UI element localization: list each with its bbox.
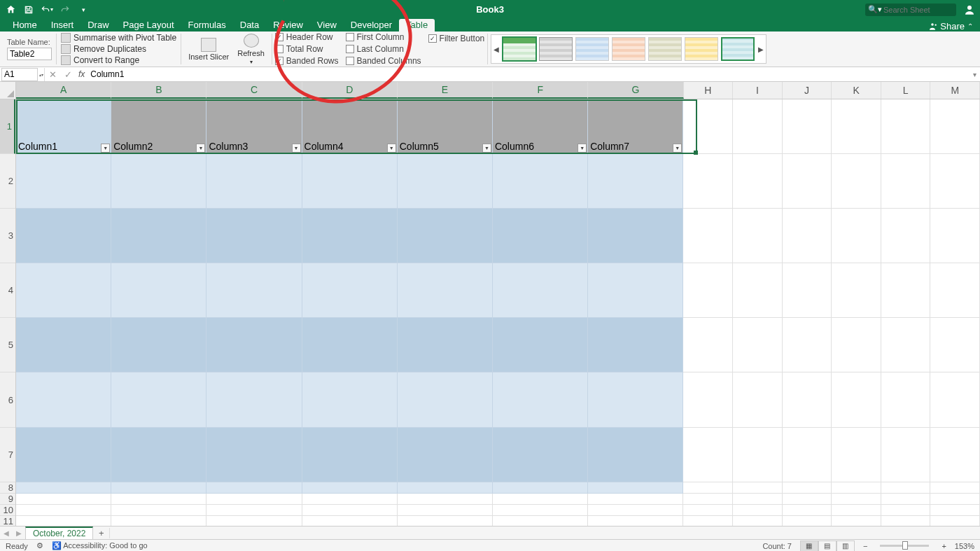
- row-header-6[interactable]: 6: [0, 372, 15, 428]
- total-row-checkbox[interactable]: Total Row: [275, 44, 339, 55]
- column-header-F[interactable]: F: [493, 82, 588, 99]
- sheet-nav-next[interactable]: ▶: [13, 529, 25, 537]
- cell-E5[interactable]: [398, 318, 493, 372]
- cell-C5[interactable]: [206, 318, 302, 372]
- cell-K7[interactable]: [832, 428, 881, 482]
- cell-E10[interactable]: [398, 505, 493, 516]
- accessibility-status[interactable]: ♿ Accessibility: Good to go: [52, 541, 148, 550]
- convert-to-range-button[interactable]: Convert to Range: [59, 55, 178, 66]
- cell-D9[interactable]: [302, 494, 398, 505]
- tab-page-layout[interactable]: Page Layout: [116, 19, 181, 32]
- table-style-4[interactable]: [612, 37, 645, 61]
- undo-icon[interactable]: ▾: [41, 4, 53, 16]
- cell-H5[interactable]: [683, 318, 733, 372]
- cell-B10[interactable]: [111, 505, 206, 516]
- cell-B1[interactable]: Column2▼: [111, 99, 206, 154]
- cell-H9[interactable]: [683, 494, 733, 505]
- filter-dropdown-icon[interactable]: ▼: [101, 144, 110, 153]
- banded-columns-checkbox[interactable]: Banded Columns: [346, 56, 421, 67]
- gallery-next-button[interactable]: ▶: [756, 35, 766, 63]
- cell-K4[interactable]: [832, 263, 881, 318]
- column-header-A[interactable]: A: [16, 82, 111, 99]
- select-all-corner[interactable]: [0, 82, 16, 99]
- cell-K6[interactable]: [832, 372, 881, 428]
- tab-table[interactable]: Table: [399, 19, 435, 32]
- cell-L3[interactable]: [881, 209, 931, 263]
- cell-B4[interactable]: [111, 263, 206, 318]
- cell-E11[interactable]: [398, 516, 493, 526]
- refresh-button[interactable]: Refresh▾: [233, 34, 269, 65]
- zoom-level[interactable]: 153%: [955, 542, 974, 550]
- cell-I5[interactable]: [733, 318, 783, 372]
- sheet-tab-active[interactable]: October, 2022: [25, 526, 93, 539]
- cell-B11[interactable]: [111, 516, 206, 526]
- cell-H8[interactable]: [683, 482, 733, 494]
- cell-E6[interactable]: [398, 372, 493, 428]
- remove-duplicates-button[interactable]: Remove Duplicates: [59, 43, 178, 55]
- cell-G4[interactable]: [588, 263, 683, 318]
- search-box[interactable]: 🔍▾: [865, 4, 956, 16]
- table-style-5[interactable]: [648, 37, 682, 61]
- cell-A5[interactable]: [16, 318, 111, 372]
- cell-H3[interactable]: [683, 209, 733, 263]
- save-icon[interactable]: [22, 4, 35, 16]
- table-style-1[interactable]: [503, 37, 536, 61]
- row-header-11[interactable]: 11: [0, 516, 15, 526]
- cell-A7[interactable]: [16, 428, 111, 482]
- home-icon[interactable]: [4, 4, 17, 16]
- cell-H1[interactable]: [683, 99, 733, 154]
- cell-L8[interactable]: [881, 482, 931, 494]
- row-header-8[interactable]: 8: [0, 482, 15, 494]
- tab-draw[interactable]: Draw: [80, 19, 115, 32]
- cell-K2[interactable]: [832, 154, 881, 209]
- cell-I7[interactable]: [733, 428, 783, 482]
- cell-A9[interactable]: [16, 494, 111, 505]
- cell-I3[interactable]: [733, 209, 783, 263]
- cell-B3[interactable]: [111, 209, 206, 263]
- row-header-2[interactable]: 2: [0, 154, 15, 209]
- cell-G5[interactable]: [588, 318, 683, 372]
- cell-I1[interactable]: [733, 99, 783, 154]
- cell-G1[interactable]: Column7▼: [588, 99, 683, 154]
- cell-H10[interactable]: [683, 505, 733, 516]
- first-column-checkbox[interactable]: First Column: [346, 32, 421, 43]
- row-header-3[interactable]: 3: [0, 209, 15, 263]
- cell-D11[interactable]: [302, 516, 398, 526]
- filter-dropdown-icon[interactable]: ▼: [387, 144, 396, 153]
- cells-area[interactable]: Column1▼Column2▼Column3▼Column4▼Column5▼…: [16, 99, 980, 526]
- column-header-J[interactable]: J: [783, 82, 832, 99]
- row-header-10[interactable]: 10: [0, 505, 15, 516]
- cell-D2[interactable]: [302, 154, 398, 209]
- row-header-5[interactable]: 5: [0, 318, 15, 372]
- cell-M9[interactable]: [930, 494, 980, 505]
- table-name-input[interactable]: [7, 48, 52, 60]
- filter-dropdown-icon[interactable]: ▼: [673, 144, 682, 153]
- cell-D1[interactable]: Column4▼: [302, 99, 398, 154]
- cell-C4[interactable]: [206, 263, 302, 318]
- filter-dropdown-icon[interactable]: ▼: [578, 144, 587, 153]
- name-box[interactable]: A1: [1, 68, 38, 81]
- cell-H2[interactable]: [683, 154, 733, 209]
- redo-icon[interactable]: [59, 4, 71, 16]
- name-box-dropdown[interactable]: ▴▾: [38, 68, 45, 81]
- cell-C8[interactable]: [206, 482, 302, 494]
- cell-B8[interactable]: [111, 482, 206, 494]
- cell-E7[interactable]: [398, 428, 493, 482]
- cell-A6[interactable]: [16, 372, 111, 428]
- column-header-M[interactable]: M: [930, 82, 980, 99]
- cell-G6[interactable]: [588, 372, 683, 428]
- tab-view[interactable]: View: [310, 19, 344, 32]
- cell-I4[interactable]: [733, 263, 783, 318]
- cell-I10[interactable]: [733, 505, 783, 516]
- cell-E1[interactable]: Column5▼: [398, 99, 493, 154]
- cell-K5[interactable]: [832, 318, 881, 372]
- table-style-2[interactable]: [539, 37, 573, 61]
- cell-L5[interactable]: [881, 318, 931, 372]
- cell-D3[interactable]: [302, 209, 398, 263]
- cell-K3[interactable]: [832, 209, 881, 263]
- cell-E3[interactable]: [398, 209, 493, 263]
- cell-M2[interactable]: [930, 154, 980, 209]
- column-header-H[interactable]: H: [684, 82, 734, 99]
- cell-F11[interactable]: [493, 516, 588, 526]
- cell-L7[interactable]: [881, 428, 931, 482]
